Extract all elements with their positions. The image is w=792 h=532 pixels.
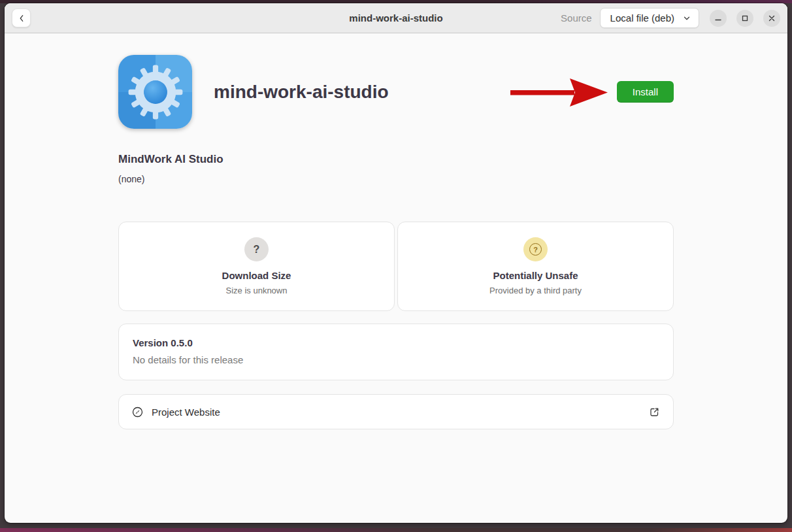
- circled-question-icon: ?: [523, 237, 548, 261]
- app-title: mind-work-ai-studio: [214, 82, 510, 103]
- version-title: Version 0.5.0: [133, 337, 659, 348]
- window-controls: [710, 10, 780, 27]
- header-right-group: Source Local file (deb): [561, 8, 780, 28]
- close-icon: [768, 14, 776, 22]
- install-button[interactable]: Install: [617, 81, 674, 103]
- tile-title: Download Size: [222, 270, 291, 281]
- app-header: mind-work-ai-studio Install: [118, 55, 674, 129]
- download-size-tile[interactable]: ? Download Size Size is unknown: [118, 222, 395, 311]
- software-window: mind-work-ai-studio Source Local file (d…: [5, 3, 787, 523]
- developer-name: MindWork AI Studio: [118, 153, 674, 166]
- gear-icon: [125, 62, 186, 122]
- tile-subtitle: Size is unknown: [226, 286, 288, 295]
- circled-question-glyph: ?: [529, 243, 542, 256]
- tile-title: Potentially Unsafe: [493, 270, 578, 281]
- close-button[interactable]: [763, 10, 780, 27]
- maximize-button[interactable]: [736, 10, 753, 27]
- app-details-page: mind-work-ai-studio Install MindWork AI …: [118, 55, 674, 429]
- back-button[interactable]: [12, 8, 31, 27]
- compass-icon: [132, 407, 143, 418]
- external-link-icon: [649, 407, 660, 418]
- desktop-bottom-strip: [0, 528, 792, 532]
- version-card: Version 0.5.0 No details for this releas…: [118, 324, 674, 380]
- chevron-left-icon: [17, 14, 26, 23]
- annotation-arrow-icon: [510, 76, 608, 108]
- headerbar: mind-work-ai-studio Source Local file (d…: [5, 3, 787, 33]
- safety-tile[interactable]: ? Potentially Unsafe Provided by a third…: [397, 222, 674, 311]
- minimize-icon: [714, 14, 722, 22]
- source-dropdown-value: Local file (deb): [610, 12, 674, 24]
- version-subtitle: No details for this release: [133, 354, 659, 365]
- window-title: mind-work-ai-studio: [349, 12, 442, 24]
- context-tiles: ? Download Size Size is unknown ? Potent…: [118, 222, 674, 311]
- app-icon: [118, 55, 192, 129]
- question-glyph: ?: [254, 244, 260, 256]
- chevron-down-icon: [682, 14, 691, 23]
- project-website-label: Project Website: [152, 407, 649, 418]
- tile-subtitle: Provided by a third party: [489, 286, 582, 295]
- license-text: (none): [118, 174, 674, 184]
- maximize-icon: [741, 14, 749, 22]
- minimize-button[interactable]: [710, 10, 727, 27]
- question-icon: ?: [244, 237, 269, 261]
- project-website-row[interactable]: Project Website: [118, 394, 674, 429]
- source-label: Source: [561, 12, 592, 24]
- source-dropdown[interactable]: Local file (deb): [600, 8, 699, 28]
